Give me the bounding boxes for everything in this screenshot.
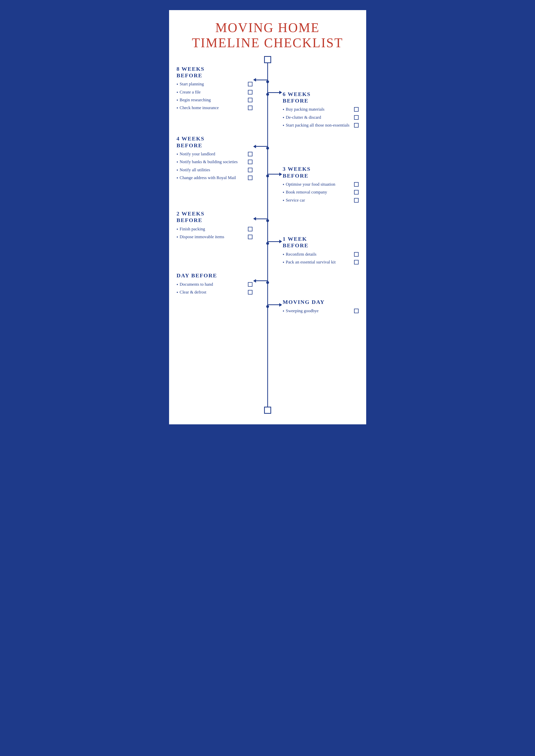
section-1week: 1 WEEKBEFORE • Reconfirm details • Pack … — [268, 210, 359, 267]
checkbox[interactable] — [248, 152, 252, 156]
timeline-marker-bottom — [264, 407, 271, 414]
section-movingday-title: MOVING DAY — [283, 299, 359, 305]
list-item: • Notify all utilities — [177, 167, 252, 173]
list-item: • Finish packing — [177, 226, 252, 232]
arrow-4weeks — [254, 146, 268, 147]
bullet-icon: • — [283, 182, 284, 188]
item-text: Reconfirm details — [286, 252, 352, 257]
dot-3weeks — [266, 175, 269, 177]
checkbox[interactable] — [248, 290, 252, 294]
list-item: • Optimise your food situation — [283, 182, 359, 188]
checkbox[interactable] — [248, 160, 252, 164]
section-daybefore-title: DAY BEFORE — [177, 272, 252, 279]
item-text: Pack an essential survival kit — [286, 259, 352, 265]
timeline-marker-top — [264, 56, 271, 63]
item-text: Check home insurance — [180, 105, 246, 111]
checkbox[interactable] — [248, 90, 252, 94]
row-day-moving: DAY BEFORE • Documents to hand • Clear &… — [177, 267, 359, 331]
item-text: Start packing all those non-essentials — [286, 122, 352, 128]
list-item: • Sweeping goodbye — [283, 308, 359, 314]
section-8weeks-title: 8 WEEKSBEFORE — [177, 66, 252, 79]
bullet-icon: • — [177, 167, 178, 173]
item-text: Buy packing materials — [286, 107, 352, 112]
checkbox[interactable] — [354, 182, 359, 187]
list-item: • Pack an essential survival kit — [283, 259, 359, 265]
checkbox[interactable] — [248, 98, 252, 102]
checkbox[interactable] — [248, 106, 252, 110]
section-4weeks-title: 4 WEEKSBEFORE — [177, 135, 252, 149]
checkbox[interactable] — [354, 190, 359, 195]
checkbox[interactable] — [354, 260, 359, 264]
arrowhead-right-1week — [279, 240, 282, 243]
item-text: Documents to hand — [180, 282, 246, 287]
list-item: • Start packing all those non-essentials — [283, 122, 359, 128]
item-text: De-clutter & discard — [286, 115, 352, 121]
list-item: • Change address with Royal Mail — [177, 175, 252, 181]
item-text: Notify all utilities — [180, 167, 246, 173]
checkbox[interactable] — [248, 176, 252, 180]
arrow-8weeks — [254, 80, 268, 80]
row-8-6-content: 8 WEEKSBEFORE • Start planning • Create … — [177, 66, 359, 131]
arrow-6weeks — [268, 92, 282, 93]
timeline: 8 WEEKSBEFORE • Start planning • Create … — [177, 58, 359, 412]
row-2-1-weeks: 2 WEEKSBEFORE • Finish packing • Dispose… — [177, 205, 359, 267]
arrowhead-left-daybefore — [253, 279, 256, 283]
page-title: MOVING HOME TIMELINE CHECKLIST — [177, 20, 359, 50]
arrowhead-right-3weeks — [279, 173, 282, 176]
arrow-3weeks — [268, 174, 282, 175]
checkbox[interactable] — [354, 198, 359, 202]
checkbox[interactable] — [354, 309, 359, 313]
dot-movingday — [266, 305, 269, 308]
dot-2weeks — [266, 219, 269, 222]
checkbox[interactable] — [354, 123, 359, 127]
dot-1week — [266, 242, 269, 245]
item-text: Clear & defrost — [180, 289, 246, 295]
bullet-icon: • — [283, 189, 284, 196]
bullet-icon: • — [283, 107, 284, 113]
list-item: • Create a file — [177, 90, 252, 95]
list-item: • Clear & defrost — [177, 289, 252, 296]
arrowhead-left-4weeks — [253, 145, 256, 148]
item-text: Notify your landlord — [180, 151, 246, 157]
section-6weeks: 6 WEEKSBEFORE • Buy packing materials • … — [268, 66, 359, 131]
section-2weeks-items: • Finish packing • Dispose immovable ite… — [177, 226, 252, 240]
list-item: • Book removal company — [283, 189, 359, 196]
item-text: Book removal company — [286, 189, 352, 195]
checkbox[interactable] — [248, 282, 252, 287]
bullet-icon: • — [177, 90, 178, 95]
bullet-icon: • — [283, 122, 284, 128]
checkbox[interactable] — [248, 227, 252, 231]
checkbox[interactable] — [248, 82, 252, 86]
bullet-icon: • — [177, 97, 178, 103]
section-8weeks: 8 WEEKSBEFORE • Start planning • Create … — [177, 66, 268, 131]
list-item: • Start planning — [177, 81, 252, 87]
bullet-icon: • — [177, 289, 178, 296]
bullet-icon: • — [177, 105, 178, 111]
checkbox[interactable] — [354, 115, 359, 120]
bullet-icon: • — [283, 115, 284, 121]
list-item: • Service car — [283, 198, 359, 203]
bullet-icon: • — [283, 259, 284, 265]
arrow-2weeks — [254, 219, 268, 219]
arrow-movingday — [268, 304, 282, 305]
arrowhead-right-6weeks — [279, 91, 282, 94]
section-6weeks-title: 6 WEEKSBEFORE — [283, 91, 359, 104]
section-3weeks-title: 3 WEEKSBEFORE — [283, 166, 359, 179]
section-2weeks-title: 2 WEEKSBEFORE — [177, 210, 252, 224]
dot-daybefore — [266, 281, 269, 284]
section-movingday: MOVING DAY • Sweeping goodbye — [268, 272, 359, 316]
section-1week-title: 1 WEEKBEFORE — [283, 236, 359, 249]
arrow-daybefore — [254, 281, 268, 281]
section-1week-items: • Reconfirm details • Pack an essential … — [283, 252, 359, 266]
bullet-icon: • — [177, 159, 178, 165]
list-item: • Buy packing materials — [283, 107, 359, 113]
row-8-6-weeks: 8 WEEKSBEFORE • Start planning • Create … — [177, 58, 359, 131]
bullet-icon: • — [177, 226, 178, 232]
section-8weeks-items: • Start planning • Create a file • Begin… — [177, 81, 252, 111]
checkbox[interactable] — [354, 107, 359, 112]
checkbox[interactable] — [354, 252, 359, 256]
checkbox[interactable] — [248, 168, 252, 172]
list-item: • Dispose immovable items — [177, 234, 252, 240]
checkbox[interactable] — [248, 235, 252, 239]
bullet-icon: • — [177, 234, 178, 240]
